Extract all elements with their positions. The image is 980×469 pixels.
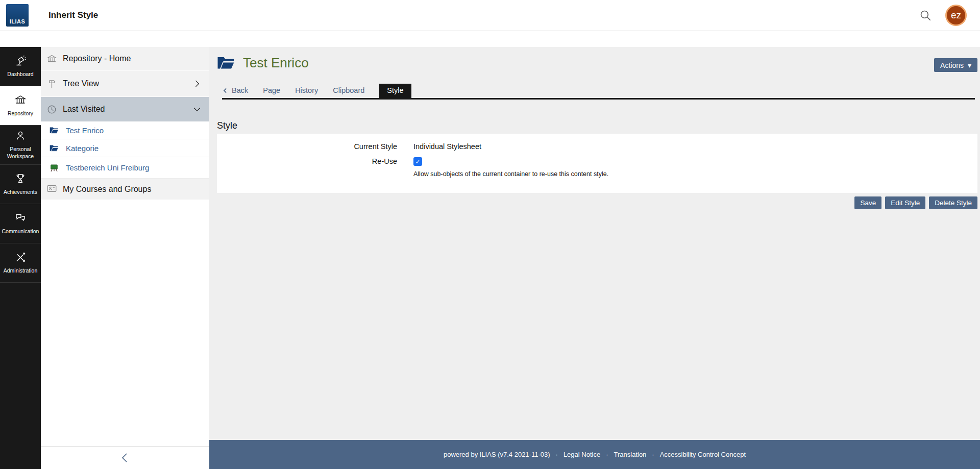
courses-icon <box>46 184 57 194</box>
chevron-left-icon <box>119 452 131 464</box>
last-visited-item-kategorie[interactable]: Kategorie <box>41 139 209 157</box>
person-icon <box>14 130 27 142</box>
main-nav-rail: Dashboard Repository Personal Workspace <box>0 47 41 469</box>
sidebar-item-label: Repository - Home <box>63 54 131 63</box>
tab-clipboard[interactable]: Clipboard <box>333 84 364 98</box>
page-title: Inherit Style <box>48 10 98 20</box>
object-title: Test Enrico <box>243 55 309 71</box>
footer-separator: · <box>652 451 654 458</box>
top-bar: ILIAS Inherit Style ez <box>0 0 980 31</box>
rail-item-repository[interactable]: Repository <box>0 86 41 126</box>
form-row-reuse: Re-Use ✓ Allow sub-objects of the curren… <box>217 157 977 178</box>
topbar-actions: ez <box>919 5 967 26</box>
style-form: Current Style Individual Stylesheet Re-U… <box>217 134 977 193</box>
folder-icon <box>50 144 60 152</box>
bank-icon <box>46 54 57 64</box>
sidebar-item-label: My Courses and Groups <box>63 185 151 194</box>
last-visited-item-test-enrico[interactable]: Test Enrico <box>41 121 209 139</box>
field-label: Re-Use <box>217 157 413 178</box>
footer: powered by ILIAS (v7.4 2021-11-03) · Leg… <box>209 440 980 469</box>
footer-separator: · <box>606 451 608 458</box>
chevron-down-icon <box>192 104 202 114</box>
last-visited-item-testbereich[interactable]: Testbereich Uni Freiburg <box>41 157 209 179</box>
tab-history[interactable]: History <box>295 84 318 98</box>
search-icon[interactable] <box>919 9 932 22</box>
current-style-value: Individual Stylesheet <box>413 142 481 151</box>
save-button[interactable]: Save <box>854 196 881 209</box>
main-content: Test Enrico Actions ▾ Back Page History <box>209 47 980 469</box>
footer-link-accessibility[interactable]: Accessibility Control Concept <box>660 451 746 458</box>
tab-page[interactable]: Page <box>263 84 280 98</box>
chat-bubbles-icon <box>14 212 27 224</box>
tab-style-active[interactable]: Style <box>379 84 411 98</box>
rail-label: Achievements <box>4 189 37 196</box>
tab-label: Back <box>232 86 248 94</box>
sidebar-item-tree-view[interactable]: Tree View <box>41 71 209 97</box>
clock-icon <box>46 104 57 115</box>
form-row-current-style: Current Style Individual Stylesheet <box>217 142 977 151</box>
form-command-row: Save Edit Style Delete Style <box>209 196 977 209</box>
signpost-icon <box>46 79 57 89</box>
object-title-row: Test Enrico <box>217 55 977 71</box>
trophy-icon <box>14 172 27 185</box>
sidebar-item-repository-home[interactable]: Repository - Home <box>41 47 209 71</box>
footer-link-legal-notice[interactable]: Legal Notice <box>564 451 600 458</box>
folder-icon <box>217 56 235 71</box>
rail-label: Communication <box>2 228 39 235</box>
rail-item-administration[interactable]: Administration <box>0 243 41 283</box>
ilias-logo[interactable]: ILIAS <box>6 4 29 27</box>
list-item-label: Kategorie <box>66 144 99 153</box>
tab-back[interactable]: Back <box>222 84 248 98</box>
collapse-sidebar-button[interactable] <box>41 446 209 469</box>
rail-item-achievements[interactable]: Achievements <box>0 165 41 204</box>
footer-link-translation[interactable]: Translation <box>614 451 647 458</box>
rail-item-personal-workspace[interactable]: Personal Workspace <box>0 126 41 165</box>
tab-bar: Back Page History Clipboard Style <box>222 84 975 100</box>
rail-label: Dashboard <box>7 71 33 78</box>
avatar[interactable]: ez <box>945 5 967 26</box>
crossed-tools-icon <box>14 251 27 263</box>
chevron-left-icon <box>222 87 229 94</box>
powered-by-text: powered by ILIAS (v7.4 2021-11-03) <box>444 451 550 458</box>
rail-item-communication[interactable]: Communication <box>0 204 41 243</box>
rail-item-dashboard[interactable]: Dashboard <box>0 47 41 86</box>
chevron-right-icon <box>192 79 202 89</box>
sidebar-item-label: Last Visited <box>63 105 105 114</box>
object-header: Test Enrico Actions ▾ Back Page History <box>209 47 980 100</box>
reuse-checkbox[interactable]: ✓ <box>413 157 422 166</box>
edit-style-button[interactable]: Edit Style <box>885 196 925 209</box>
page-body: Dashboard Repository Personal Workspace <box>0 31 980 469</box>
footer-separator: · <box>556 451 558 458</box>
delete-style-button[interactable]: Delete Style <box>929 196 977 209</box>
field-label: Current Style <box>217 142 413 151</box>
test-board-icon <box>50 163 60 172</box>
actions-button[interactable]: Actions ▾ <box>934 58 977 72</box>
folder-icon <box>50 127 60 134</box>
rail-label: Personal Workspace <box>2 146 39 160</box>
caret-down-icon: ▾ <box>968 61 971 69</box>
repository-sidebar: Repository - Home Tree View Last Visi <box>41 47 209 469</box>
actions-label: Actions <box>940 61 964 69</box>
rail-label: Administration <box>4 267 38 275</box>
dashboard-lamp-icon <box>14 55 27 67</box>
rail-label: Repository <box>8 110 33 117</box>
list-item-label: Testbereich Uni Freiburg <box>66 163 149 172</box>
sidebar-item-my-courses[interactable]: My Courses and Groups <box>41 179 209 200</box>
reuse-description: Allow sub-objects of the current contain… <box>413 170 608 178</box>
sidebar-item-last-visited[interactable]: Last Visited <box>41 97 209 121</box>
sidebar-item-label: Tree View <box>63 79 99 88</box>
repository-bank-icon <box>14 94 27 106</box>
list-item-label: Test Enrico <box>66 126 104 135</box>
section-title: Style <box>217 120 980 131</box>
